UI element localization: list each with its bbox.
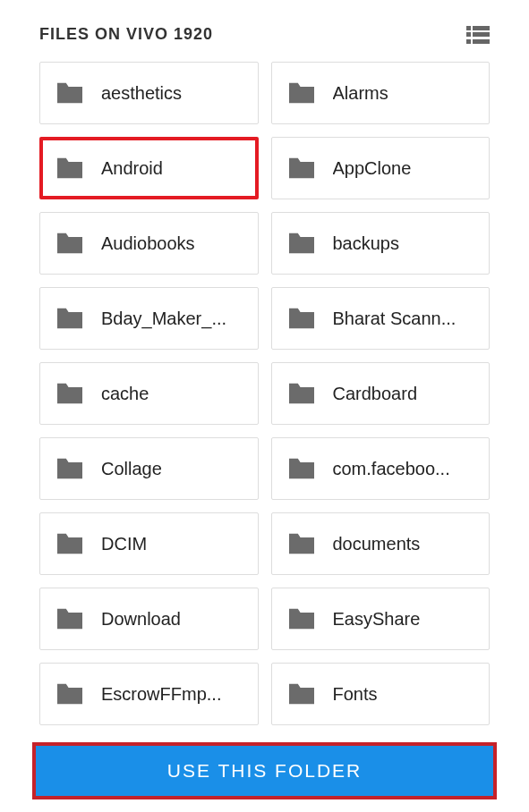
folder-icon <box>286 80 317 106</box>
folder-label: Download <box>101 609 181 630</box>
folder-item[interactable]: EasyShare <box>271 588 491 650</box>
page-title: FILES ON VIVO 1920 <box>39 25 213 44</box>
view-toggle-button[interactable] <box>466 26 490 44</box>
folder-label: Android <box>101 158 163 179</box>
folder-label: aesthetics <box>101 83 182 104</box>
folder-item[interactable]: cache <box>39 362 259 425</box>
folder-item[interactable]: aesthetics <box>39 62 259 124</box>
folder-icon <box>55 156 85 181</box>
folder-item[interactable]: DCIM <box>39 512 259 575</box>
folder-item[interactable]: com.faceboo... <box>271 437 491 500</box>
folder-item[interactable]: Android <box>39 137 259 199</box>
folder-label: Bharat Scann... <box>333 309 456 329</box>
folder-item[interactable]: AppClone <box>271 137 491 199</box>
folder-item[interactable]: Cardboard <box>271 362 491 425</box>
folder-icon <box>286 306 317 331</box>
folder-icon <box>55 306 85 331</box>
folder-item[interactable]: Collage <box>39 437 259 500</box>
folder-item[interactable]: Bharat Scann... <box>271 287 491 350</box>
folder-label: Alarms <box>333 83 388 104</box>
folder-item[interactable]: Alarms <box>271 62 491 124</box>
folder-icon <box>286 156 317 181</box>
folder-label: DCIM <box>101 534 147 554</box>
folder-label: Audiobooks <box>101 233 195 254</box>
folder-label: documents <box>333 534 421 554</box>
folder-icon <box>55 606 85 631</box>
folder-item[interactable]: Download <box>39 588 259 650</box>
list-view-icon <box>466 26 490 30</box>
use-this-folder-button[interactable]: USE THIS FOLDER <box>36 746 493 796</box>
folder-icon <box>55 80 85 106</box>
folder-label: Fonts <box>333 684 378 705</box>
folder-item[interactable]: backups <box>271 212 491 275</box>
folder-item[interactable]: Fonts <box>271 663 491 725</box>
folder-icon <box>286 456 317 481</box>
folder-icon <box>55 381 85 406</box>
folder-icon <box>55 531 85 556</box>
use-folder-highlight: USE THIS FOLDER <box>32 742 497 799</box>
folder-label: EscrowFFmp... <box>101 684 221 705</box>
folder-grid: aestheticsAlarmsAndroidAppCloneAudiobook… <box>0 62 529 725</box>
folder-icon <box>286 231 317 256</box>
folder-label: com.faceboo... <box>333 459 450 479</box>
folder-icon <box>286 531 317 556</box>
folder-label: Collage <box>101 459 162 479</box>
folder-icon <box>55 231 85 256</box>
header: FILES ON VIVO 1920 <box>0 0 529 62</box>
folder-icon <box>55 681 85 706</box>
folder-icon <box>286 381 317 406</box>
folder-label: Bday_Maker_... <box>101 309 226 329</box>
folder-label: AppClone <box>333 158 412 179</box>
folder-item[interactable]: EscrowFFmp... <box>39 663 259 725</box>
folder-item[interactable]: Bday_Maker_... <box>39 287 259 350</box>
folder-label: cache <box>101 384 149 404</box>
folder-item[interactable]: Audiobooks <box>39 212 259 275</box>
folder-icon <box>286 606 317 631</box>
folder-label: backups <box>333 233 400 254</box>
folder-icon <box>55 456 85 481</box>
folder-label: EasyShare <box>333 609 421 630</box>
folder-label: Cardboard <box>333 384 418 404</box>
folder-icon <box>286 681 317 706</box>
folder-item[interactable]: documents <box>271 512 491 575</box>
